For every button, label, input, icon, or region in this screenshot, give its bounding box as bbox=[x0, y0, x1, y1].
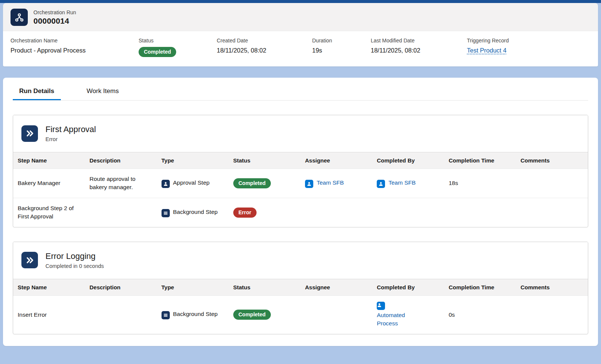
completed-by-link[interactable]: Team SFB bbox=[388, 179, 415, 186]
orchestration-run-icon bbox=[11, 9, 28, 26]
field-label: Orchestration Name bbox=[11, 38, 133, 44]
field-value: Product - Approval Process bbox=[11, 47, 133, 54]
field-label: Last Modified Date bbox=[371, 38, 461, 44]
stage-subtitle: Completed in 0 seconds bbox=[45, 263, 104, 269]
tab-bar: Run Details Work Items bbox=[13, 83, 588, 101]
type-label: Background Step bbox=[173, 209, 218, 215]
status-badge: Completed bbox=[233, 178, 271, 188]
field-label: Triggering Record bbox=[467, 38, 584, 44]
field-last-modified-date: Last Modified Date 18/11/2025, 08:02 bbox=[371, 38, 467, 57]
stage-header: First Approval Error bbox=[13, 115, 588, 152]
col-type: Type bbox=[157, 152, 229, 169]
type-label: Background Step bbox=[173, 311, 218, 317]
completed-by-cell: Team SFB bbox=[372, 169, 444, 198]
run-details-card: Run Details Work Items First Approval Er… bbox=[3, 78, 598, 346]
status-cell: Error bbox=[229, 198, 300, 227]
col-completion-time: Completion Time bbox=[444, 279, 516, 295]
field-value: 19s bbox=[312, 47, 365, 54]
status-badge: Completed bbox=[233, 310, 271, 320]
completed-by-cell bbox=[372, 198, 444, 227]
col-assignee: Assignee bbox=[300, 279, 372, 295]
status-badge: Error bbox=[233, 208, 257, 218]
record-header-top: Orchestration Run 00000014 bbox=[3, 3, 598, 31]
field-label: Created Date bbox=[217, 38, 306, 44]
description-cell bbox=[85, 295, 157, 334]
record-header: Orchestration Run 00000014 Orchestration… bbox=[3, 3, 598, 66]
type-cell: Approval Step bbox=[157, 169, 229, 198]
field-label: Duration bbox=[312, 38, 365, 44]
step-name-cell: Insert Error bbox=[13, 295, 85, 334]
col-completed-by: Completed By bbox=[372, 279, 444, 295]
field-value: 18/11/2025, 08:02 bbox=[217, 47, 306, 54]
steps-table: Step Name Description Type Status Assign… bbox=[13, 279, 588, 334]
comments-cell bbox=[516, 295, 588, 334]
user-avatar-icon[interactable] bbox=[305, 180, 313, 188]
field-duration: Duration 19s bbox=[312, 38, 371, 57]
record-header-titles: Orchestration Run 00000014 bbox=[33, 9, 76, 26]
stage-subtitle: Error bbox=[45, 136, 96, 142]
col-status: Status bbox=[229, 152, 300, 169]
triggering-record-link[interactable]: Test Product 4 bbox=[467, 47, 506, 54]
comments-cell bbox=[516, 198, 588, 227]
stage-section-first-approval: First Approval Error Step Name Descripti… bbox=[13, 115, 588, 227]
user-avatar-icon[interactable] bbox=[377, 302, 385, 310]
stage-titles: Error Logging Completed in 0 seconds bbox=[45, 251, 104, 269]
stage-header: Error Logging Completed in 0 seconds bbox=[13, 242, 588, 279]
tab-work-items[interactable]: Work Items bbox=[80, 83, 125, 100]
field-value: 18/11/2025, 08:02 bbox=[371, 47, 461, 54]
field-label: Status bbox=[139, 38, 211, 44]
completion-time-cell: 18s bbox=[444, 169, 516, 198]
stage-titles: First Approval Error bbox=[45, 125, 96, 142]
background-step-icon bbox=[162, 311, 170, 319]
status-badge: Completed bbox=[139, 47, 176, 57]
status-cell: Completed bbox=[229, 295, 300, 334]
user-avatar-icon[interactable] bbox=[377, 180, 385, 188]
col-type: Type bbox=[157, 279, 229, 295]
completed-by-link[interactable]: Automated Process bbox=[377, 311, 414, 328]
table-row: Insert Error Background Step Completed bbox=[13, 295, 588, 334]
col-comments: Comments bbox=[516, 152, 588, 169]
col-step-name: Step Name bbox=[13, 152, 85, 169]
col-description: Description bbox=[85, 279, 157, 295]
table-row: Bakery Manager Route approval to bakery … bbox=[13, 169, 588, 198]
stage-title: Error Logging bbox=[45, 251, 104, 261]
type-label: Approval Step bbox=[173, 179, 210, 186]
approval-step-icon bbox=[162, 180, 170, 188]
completion-time-cell bbox=[444, 198, 516, 227]
stage-chevrons-icon bbox=[21, 125, 38, 142]
comments-cell bbox=[516, 169, 588, 198]
field-triggering-record: Triggering Record Test Product 4 bbox=[467, 38, 590, 57]
type-cell: Background Step bbox=[157, 295, 229, 334]
assignee-cell bbox=[300, 295, 372, 334]
step-name-cell: Bakery Manager bbox=[13, 169, 85, 198]
col-step-name: Step Name bbox=[13, 279, 85, 295]
stage-title: First Approval bbox=[45, 125, 96, 134]
col-comments: Comments bbox=[516, 279, 588, 295]
field-orchestration-name: Orchestration Name Product - Approval Pr… bbox=[11, 38, 139, 57]
record-detail-fields: Orchestration Name Product - Approval Pr… bbox=[3, 31, 598, 66]
col-completed-by: Completed By bbox=[372, 152, 444, 169]
entity-label: Orchestration Run bbox=[33, 9, 76, 15]
page: Orchestration Run 00000014 Orchestration… bbox=[0, 3, 601, 346]
completed-by-cell: Automated Process bbox=[372, 295, 444, 334]
col-completion-time: Completion Time bbox=[444, 152, 516, 169]
col-assignee: Assignee bbox=[300, 152, 372, 169]
col-description: Description bbox=[85, 152, 157, 169]
completion-time-cell: 0s bbox=[444, 295, 516, 334]
description-cell bbox=[85, 198, 157, 227]
step-name-cell: Background Step 2 of First Approval bbox=[13, 198, 85, 227]
record-name: 00000014 bbox=[33, 17, 76, 26]
window-top-border bbox=[0, 0, 601, 3]
table-header-row: Step Name Description Type Status Assign… bbox=[13, 152, 588, 169]
col-status: Status bbox=[229, 279, 300, 295]
assignee-cell bbox=[300, 198, 372, 227]
status-cell: Completed bbox=[229, 169, 300, 198]
table-row: Background Step 2 of First Approval Back… bbox=[13, 198, 588, 227]
background-step-icon bbox=[162, 209, 170, 217]
description-cell: Route approval to bakery manager. bbox=[85, 169, 157, 198]
assignee-link[interactable]: Team SFB bbox=[317, 179, 344, 186]
assignee-cell: Team SFB bbox=[300, 169, 372, 198]
steps-table: Step Name Description Type Status Assign… bbox=[13, 152, 588, 227]
stage-chevrons-icon bbox=[21, 252, 38, 268]
tab-run-details[interactable]: Run Details bbox=[13, 83, 61, 100]
